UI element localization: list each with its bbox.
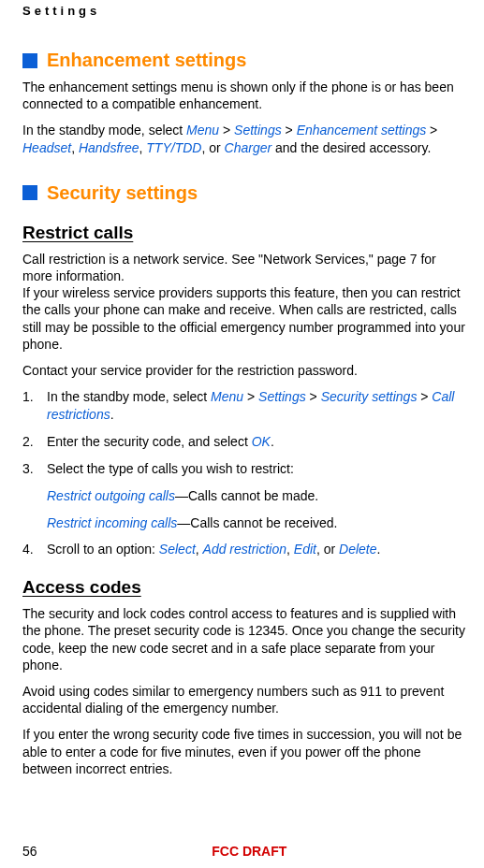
text-fragment: , bbox=[286, 542, 294, 557]
security-settings-link: Security settings bbox=[321, 389, 418, 404]
text-fragment: . bbox=[377, 542, 381, 557]
section-enhancement-heading: Enhancement settings bbox=[22, 50, 465, 71]
step-3: Select the type of calls you wish to res… bbox=[22, 460, 465, 532]
text-fragment: > bbox=[306, 389, 321, 404]
page-footer: 56 FCC DRAFT bbox=[0, 844, 484, 859]
text-fragment: —Calls cannot be received. bbox=[177, 515, 337, 530]
restrict-outgoing-line: Restrict outgoing calls—Calls cannot be … bbox=[47, 487, 465, 505]
access-codes-p1: The security and lock codes control acce… bbox=[22, 605, 465, 673]
charger-link: Charger bbox=[225, 140, 272, 155]
text-fragment: > bbox=[282, 123, 297, 137]
access-codes-p2: Avoid using codes similar to emergency n… bbox=[22, 683, 465, 716]
text-fragment: , or bbox=[316, 542, 339, 557]
enhancement-path: In the standby mode, select Menu > Setti… bbox=[22, 122, 465, 155]
text-fragment: Scroll to an option: bbox=[47, 542, 159, 557]
enhancement-settings-link: Enhancement settings bbox=[297, 123, 427, 137]
restrict-outgoing-link: Restrict outgoing calls bbox=[47, 488, 175, 503]
text-fragment: . bbox=[271, 434, 274, 449]
step-1: In the standby mode, select Menu > Setti… bbox=[22, 388, 465, 424]
text-fragment: , or bbox=[201, 140, 224, 155]
text-fragment: and the desired accessory. bbox=[271, 140, 431, 155]
restrict-para1b: If your wireless service providers suppo… bbox=[22, 284, 465, 353]
restrict-incoming-link: Restrict incoming calls bbox=[47, 515, 177, 530]
text-fragment: Enter the security code, and select bbox=[47, 434, 252, 449]
settings-link: Settings bbox=[258, 389, 306, 404]
text-fragment: . bbox=[110, 407, 114, 422]
enhancement-intro: The enhancement settings menu is shown o… bbox=[22, 79, 465, 112]
access-codes-heading: Access codes bbox=[22, 577, 465, 598]
restrict-para1: Call restriction is a network service. S… bbox=[22, 251, 465, 284]
page-header: Settings bbox=[22, 0, 465, 18]
add-restriction-link: Add restriction bbox=[203, 542, 286, 557]
text-fragment: > bbox=[417, 389, 432, 404]
text-fragment: —Calls cannot be made. bbox=[175, 488, 318, 503]
headset-link: Headset bbox=[22, 140, 71, 155]
text-fragment: > bbox=[243, 389, 258, 404]
text-fragment: , bbox=[196, 542, 203, 557]
fcc-draft-label: FCC DRAFT bbox=[37, 844, 462, 859]
settings-link: Settings bbox=[234, 123, 282, 137]
step-4: Scroll to an option: Select, Add restric… bbox=[22, 541, 465, 558]
edit-link: Edit bbox=[294, 542, 316, 557]
access-codes-p3: If you enter the wrong security code fiv… bbox=[22, 726, 465, 777]
restrict-incoming-line: Restrict incoming calls—Calls cannot be … bbox=[47, 514, 465, 532]
ok-link: OK bbox=[252, 434, 271, 449]
menu-link: Menu bbox=[211, 389, 243, 404]
restrict-steps: In the standby mode, select Menu > Setti… bbox=[22, 388, 465, 558]
section-security-title: Security settings bbox=[47, 182, 198, 204]
restrict-para2: Contact your service provider for the re… bbox=[22, 362, 465, 379]
select-link: Select bbox=[159, 542, 196, 557]
text-fragment: > bbox=[219, 123, 234, 137]
square-bullet-icon bbox=[22, 53, 37, 68]
step-2: Enter the security code, and select OK. bbox=[22, 433, 465, 451]
handsfree-link: Handsfree bbox=[79, 140, 139, 155]
text-fragment: Select the type of calls you wish to res… bbox=[47, 461, 294, 476]
text-fragment: In the standby mode, select bbox=[47, 389, 211, 404]
text-fragment: In the standby mode, select bbox=[22, 123, 186, 137]
restrict-calls-heading: Restrict calls bbox=[22, 223, 465, 243]
page-number: 56 bbox=[22, 844, 37, 859]
delete-link: Delete bbox=[339, 542, 376, 557]
section-enhancement-title: Enhancement settings bbox=[47, 50, 246, 71]
text-fragment: , bbox=[71, 140, 79, 155]
square-bullet-icon bbox=[22, 185, 37, 200]
tty-link: TTY/TDD bbox=[146, 140, 201, 155]
section-security-heading: Security settings bbox=[22, 182, 465, 204]
menu-link: Menu bbox=[186, 123, 219, 137]
text-fragment: > bbox=[426, 123, 437, 137]
